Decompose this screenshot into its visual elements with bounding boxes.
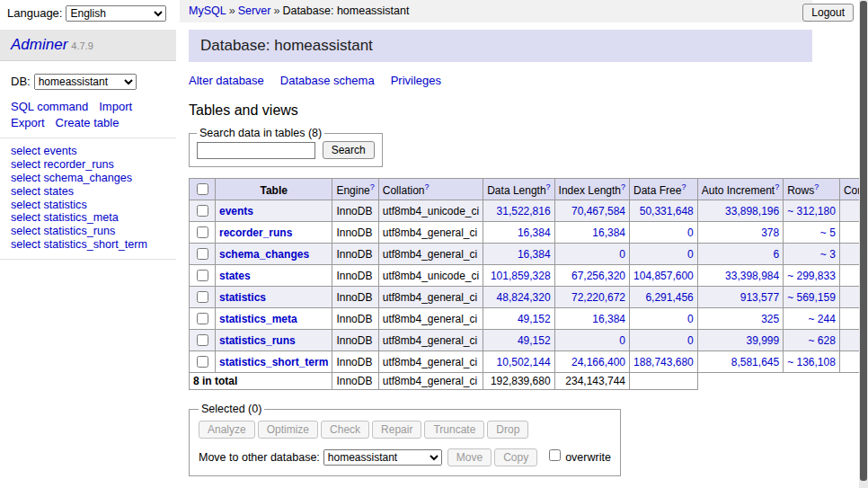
row-checkbox[interactable] <box>197 356 208 368</box>
index-length-link[interactable]: 70,467,584 <box>571 205 625 217</box>
index-length-link[interactable]: 0 <box>619 248 625 261</box>
sidebar-link[interactable]: Create table <box>56 116 120 129</box>
breadcrumb-server-link[interactable]: Server <box>238 4 271 17</box>
index-length-link[interactable]: 16,384 <box>592 313 625 325</box>
adminer-link[interactable]: Adminer <box>11 36 67 53</box>
doc-help-link[interactable]: ? <box>621 182 625 191</box>
data-length-link[interactable]: 49,152 <box>518 334 551 347</box>
row-checkbox[interactable] <box>197 270 208 281</box>
doc-help-link[interactable]: ? <box>424 182 429 191</box>
db-action-link[interactable]: Privileges <box>391 74 441 87</box>
search-button[interactable]: Search <box>323 141 375 159</box>
sidebar-link[interactable]: Export <box>11 116 45 129</box>
move-db-select[interactable]: homeassistant <box>323 449 442 466</box>
table-link[interactable]: recorder_runs <box>219 226 292 239</box>
sidebar-table-link[interactable]: select statistics_runs <box>11 225 165 238</box>
row-checkbox[interactable] <box>197 205 208 217</box>
rows-link[interactable]: ~ 5 <box>820 226 836 239</box>
db-action-link[interactable]: Database schema <box>280 74 375 87</box>
table-link[interactable]: statistics_meta <box>219 313 297 325</box>
scrollbar[interactable] <box>859 0 868 488</box>
row-checkbox[interactable] <box>197 291 208 303</box>
data-length-link[interactable]: 16,384 <box>518 248 551 261</box>
auto-increment-link[interactable]: 33,398,984 <box>725 270 779 282</box>
sidebar-table-link[interactable]: select states <box>11 185 165 199</box>
table-link[interactable]: statistics_runs <box>219 334 296 347</box>
data-length-link[interactable]: 16,384 <box>518 226 551 239</box>
db-action-link[interactable]: Alter database <box>189 74 264 87</box>
table-link[interactable]: schema_changes <box>219 248 309 261</box>
select-all-checkbox[interactable] <box>197 183 208 195</box>
auto-increment-link[interactable]: 33,898,196 <box>725 205 779 217</box>
auto-increment-link[interactable]: 8,581,645 <box>731 356 779 368</box>
index-length-link[interactable]: 72,220,672 <box>571 291 625 304</box>
overwrite-checkbox[interactable] <box>549 449 561 461</box>
row-checkbox[interactable] <box>197 248 208 260</box>
move-button[interactable]: Move <box>447 448 492 466</box>
table-link[interactable]: statistics_short_term <box>219 356 328 368</box>
auto-increment-link[interactable]: 325 <box>761 313 779 325</box>
data-free-link[interactable]: 0 <box>687 226 694 239</box>
engine-cell: InnoDB <box>332 200 378 222</box>
operation-button[interactable]: Repair <box>372 421 421 439</box>
table-link[interactable]: states <box>219 270 251 282</box>
data-length-link[interactable]: 48,824,320 <box>497 291 551 304</box>
auto-increment-link[interactable]: 913,577 <box>740 291 779 304</box>
copy-button[interactable]: Copy <box>494 448 537 466</box>
search-input[interactable] <box>197 142 315 159</box>
sidebar-table-link[interactable]: select events <box>11 145 165 158</box>
rows-link[interactable]: ~ 3 <box>820 248 836 261</box>
data-free-link[interactable]: 0 <box>687 313 694 325</box>
operation-button[interactable]: Truncate <box>424 421 484 439</box>
db-select[interactable]: homeassistant <box>34 74 137 90</box>
sidebar-link[interactable]: SQL command <box>11 100 88 113</box>
doc-help-link[interactable]: ? <box>814 182 819 191</box>
data-length-link[interactable]: 101,859,328 <box>491 270 551 282</box>
row-checkbox[interactable] <box>197 313 208 324</box>
index-length-link[interactable]: 0 <box>619 334 625 347</box>
language-select[interactable]: English <box>66 5 166 22</box>
operation-button[interactable]: Check <box>321 421 369 439</box>
row-checkbox[interactable] <box>197 226 208 238</box>
rows-link[interactable]: ~ 299,833 <box>787 270 836 282</box>
doc-help-link[interactable]: ? <box>775 182 779 191</box>
doc-help-link[interactable]: ? <box>546 182 551 191</box>
index-length-link[interactable]: 24,166,400 <box>571 356 625 368</box>
data-free-link[interactable]: 104,857,600 <box>633 270 694 282</box>
rows-link[interactable]: ~ 628 <box>809 334 836 347</box>
rows-link[interactable]: ~ 244 <box>809 313 836 325</box>
auto-increment-link[interactable]: 6 <box>773 248 779 261</box>
sidebar-table-link[interactable]: select schema_changes <box>11 172 165 185</box>
operation-button[interactable]: Drop <box>487 421 528 439</box>
scrollbar-thumb[interactable] <box>860 1 867 481</box>
index-length-link[interactable]: 16,384 <box>592 226 625 239</box>
data-free-link[interactable]: 6,291,456 <box>645 291 693 304</box>
sidebar-table-link[interactable]: select statistics_short_term <box>11 238 165 252</box>
sidebar-link[interactable]: Import <box>99 100 132 113</box>
table-link[interactable]: statistics <box>219 291 266 304</box>
doc-help-link[interactable]: ? <box>370 182 375 191</box>
rows-link[interactable]: ~ 136,108 <box>787 356 836 368</box>
rows-link[interactable]: ~ 569,159 <box>787 291 836 304</box>
logout-button[interactable]: Logout <box>802 4 854 22</box>
rows-link[interactable]: ~ 312,180 <box>787 205 836 217</box>
doc-help-link[interactable]: ? <box>681 182 686 191</box>
data-length-link[interactable]: 31,522,816 <box>497 205 551 217</box>
data-free-link[interactable]: 50,331,648 <box>640 205 694 217</box>
sidebar-table-link[interactable]: select statistics <box>11 199 165 212</box>
data-free-link[interactable]: 0 <box>687 248 694 261</box>
sidebar-table-link[interactable]: select statistics_meta <box>11 211 165 225</box>
operation-button[interactable]: Analyze <box>199 421 255 439</box>
auto-increment-link[interactable]: 378 <box>761 226 779 239</box>
operation-button[interactable]: Optimize <box>258 421 318 439</box>
sidebar-table-link[interactable]: select recorder_runs <box>11 158 165 172</box>
data-length-link[interactable]: 49,152 <box>518 313 551 325</box>
index-length-link[interactable]: 67,256,320 <box>571 270 625 282</box>
data-free-link[interactable]: 188,743,680 <box>633 356 694 368</box>
data-length-link[interactable]: 10,502,144 <box>497 356 551 368</box>
table-link[interactable]: events <box>219 205 253 217</box>
row-checkbox[interactable] <box>197 334 208 346</box>
breadcrumb-mysql-link[interactable]: MySQL <box>189 4 226 17</box>
auto-increment-link[interactable]: 39,999 <box>746 334 779 347</box>
data-free-link[interactable]: 0 <box>687 334 694 347</box>
